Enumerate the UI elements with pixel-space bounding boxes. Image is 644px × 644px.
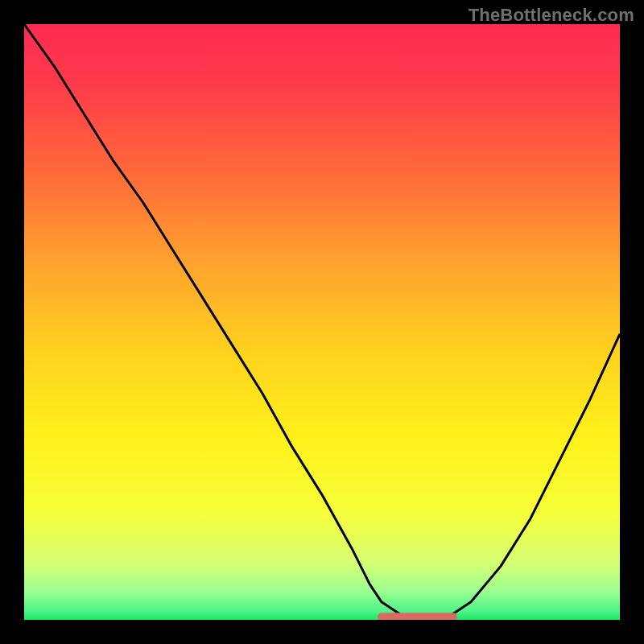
chart-frame: TheBottleneck.com: [0, 0, 644, 644]
bottleneck-curve: [24, 24, 620, 620]
plot-area: [24, 24, 620, 620]
bottleneck-curve-layer: [24, 24, 620, 620]
watermark-text: TheBottleneck.com: [469, 5, 634, 26]
